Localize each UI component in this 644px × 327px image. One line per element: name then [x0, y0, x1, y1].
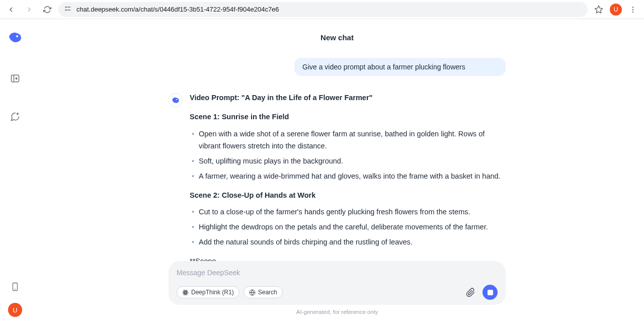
- stop-icon: [488, 290, 493, 295]
- browser-profile-avatar[interactable]: U: [610, 4, 622, 16]
- search-label: Search: [258, 289, 277, 296]
- address-bar[interactable]: chat.deepseek.com/a/chat/s/0446df15-3b51…: [58, 2, 588, 17]
- browser-toolbar: chat.deepseek.com/a/chat/s/0446df15-3b51…: [0, 0, 644, 19]
- scene1-list: Open with a wide shot of a serene flower…: [190, 128, 506, 183]
- mobile-app-button[interactable]: [6, 278, 24, 296]
- assistant-content: Video Prompt: "A Day in the Life of a Fl…: [190, 92, 506, 268]
- attach-button[interactable]: [463, 285, 477, 299]
- scene2-title: Scene 2: Close-Up of Hands at Work: [190, 190, 506, 202]
- bookmark-button[interactable]: [592, 3, 606, 17]
- message-input[interactable]: [177, 269, 498, 277]
- forward-button[interactable]: [22, 3, 36, 17]
- scene2-list: Cut to a close-up of the farmer's hands …: [190, 206, 506, 249]
- list-item: A farmer, wearing a wide-brimmed hat and…: [199, 171, 506, 183]
- search-chip[interactable]: Search: [244, 286, 283, 298]
- deepthink-label: DeepThink (R1): [191, 289, 234, 296]
- scene1-title: Scene 1: Sunrise in the Field: [190, 111, 506, 123]
- app-shell: U New chat Give a video prompt about a f…: [0, 19, 644, 327]
- input-box: DeepThink (R1) Search: [169, 261, 506, 305]
- new-chat-button[interactable]: [6, 108, 24, 126]
- list-item: Open with a wide shot of a serene flower…: [199, 128, 506, 152]
- site-settings-icon: [64, 5, 71, 14]
- list-item: Add the natural sounds of birds chirping…: [199, 236, 506, 249]
- svg-point-0: [65, 7, 66, 8]
- user-message: Give a video prompt about a farmer pluck…: [294, 58, 506, 76]
- back-button[interactable]: [4, 3, 18, 17]
- stop-button[interactable]: [482, 285, 498, 300]
- svg-rect-7: [13, 283, 18, 291]
- paperclip-icon: [466, 288, 475, 297]
- collapse-sidebar-button[interactable]: [6, 69, 24, 88]
- chat-title: New chat: [320, 33, 354, 42]
- deepthink-chip[interactable]: DeepThink (R1): [177, 286, 239, 298]
- input-controls: DeepThink (R1) Search: [177, 285, 498, 300]
- atom-icon: [182, 289, 189, 296]
- list-item: Cut to a close-up of the farmer's hands …: [199, 206, 506, 218]
- response-heading: Video Prompt: "A Day in the Life of a Fl…: [190, 92, 506, 104]
- svg-point-2: [632, 7, 633, 8]
- main-area: New chat Give a video prompt about a far…: [30, 19, 644, 327]
- svg-point-3: [632, 9, 633, 10]
- disclaimer-text: AI-generated, for reference only: [169, 309, 506, 315]
- reload-button[interactable]: [40, 3, 54, 17]
- deepseek-logo[interactable]: [7, 29, 23, 45]
- user-avatar[interactable]: U: [8, 303, 22, 317]
- browser-menu-button[interactable]: [626, 3, 640, 17]
- svg-point-8: [176, 99, 177, 100]
- list-item: Soft, uplifting music plays in the backg…: [199, 155, 506, 168]
- url-text: chat.deepseek.com/a/chat/s/0446df15-3b51…: [76, 6, 279, 13]
- svg-point-4: [632, 11, 633, 12]
- assistant-avatar-icon: [169, 93, 183, 107]
- svg-point-1: [65, 10, 66, 11]
- svg-point-5: [16, 35, 18, 37]
- globe-icon: [249, 289, 256, 296]
- assistant-message: Video Prompt: "A Day in the Life of a Fl…: [169, 92, 506, 268]
- sidebar: U: [0, 19, 30, 327]
- svg-point-9: [185, 292, 186, 293]
- input-area: DeepThink (R1) Search: [169, 261, 506, 315]
- list-item: Highlight the dewdrops on the petals and…: [199, 221, 506, 233]
